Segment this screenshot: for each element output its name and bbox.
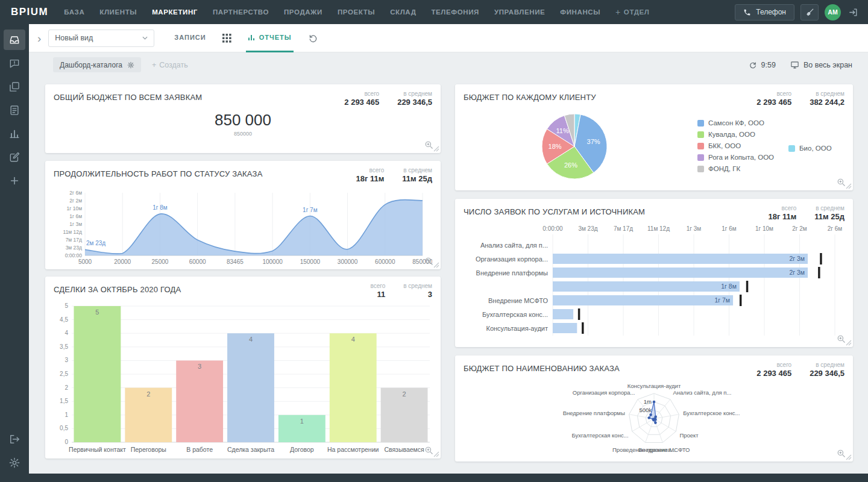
create-dashboard-button[interactable]: + Создать [152, 61, 188, 69]
resize-handle[interactable] [433, 146, 439, 152]
create-label: Создать [159, 61, 188, 69]
legend-label: ФОНД, ГК [708, 165, 740, 172]
svg-text:Анализ сайта, для п...: Анализ сайта, для п... [673, 389, 731, 396]
svg-text:0: 0 [64, 439, 68, 445]
toolbar-right: 9:59 Во весь экран [749, 60, 852, 69]
view-selector[interactable]: Новый вид [48, 30, 154, 47]
edit-pencil-icon [8, 151, 20, 163]
nav-item-clients[interactable]: КЛИЕНТЫ [99, 8, 137, 16]
add-department-button[interactable]: + ОТДЕЛ [615, 8, 649, 16]
svg-text:2г 2м: 2г 2м [69, 198, 82, 204]
tab-reports[interactable]: ОТЧЕТЫ [246, 24, 294, 52]
sidebar-item-settings[interactable] [4, 452, 25, 473]
sidebar-item-exit[interactable] [4, 429, 25, 449]
nav-item-marketing[interactable]: МАРКЕТИНГ [152, 8, 198, 16]
chevron-down-icon [142, 36, 148, 40]
stat-average-value: 11м 25д [814, 212, 844, 221]
pie-legend: Самсон КФ, ОООКувалда, ОООБКК, ОООРога и… [697, 119, 832, 172]
svg-text:2г 2м: 2г 2м [792, 225, 807, 232]
legend-swatch-icon [697, 120, 704, 127]
fullscreen-button[interactable]: Во весь экран [790, 60, 852, 69]
svg-text:100000: 100000 [262, 258, 283, 265]
services-hbar-chart: 0:00:003м 23д7м 17д11м 12д1г 3м1г 6м1г 1… [464, 225, 844, 337]
svg-text:500k: 500k [639, 407, 652, 413]
resize-handle[interactable] [846, 340, 852, 346]
svg-text:2,5: 2,5 [60, 371, 68, 377]
nav-item-finance[interactable]: ФИНАНСЫ [560, 8, 600, 16]
legend-item[interactable]: ФОНД, ГК [697, 165, 774, 172]
resize-handle[interactable] [846, 454, 852, 460]
resize-handle[interactable] [846, 183, 852, 189]
stat-total-label: всего [370, 283, 385, 289]
zoom-in-icon[interactable] [424, 446, 433, 455]
sidebar-item-views[interactable] [4, 77, 25, 97]
svg-text:2: 2 [64, 384, 68, 391]
card-stats: всего11 в среднем3 [370, 283, 432, 299]
svg-text:Бухгалтерская конс...: Бухгалтерская конс... [482, 311, 548, 318]
sidebar-item-chats[interactable] [4, 53, 25, 74]
cleanup-button[interactable] [800, 4, 819, 20]
zoom-in-icon[interactable] [424, 257, 433, 266]
svg-text:Бухгалтерская конс...: Бухгалтерская конс... [571, 432, 628, 439]
stat-average-label: в среднем [403, 167, 432, 174]
legend-item[interactable]: БКК, ООО [697, 142, 774, 149]
stat-total-label: всего [364, 90, 379, 97]
grid-view-icon[interactable] [222, 34, 231, 43]
history-icon[interactable] [308, 33, 318, 43]
svg-text:Переговоры: Переговоры [131, 446, 166, 453]
phone-button[interactable]: Телефон [735, 4, 794, 20]
expand-panel-chevron[interactable]: › [37, 33, 41, 44]
zoom-in-icon[interactable] [837, 178, 846, 187]
avatar[interactable]: АМ [825, 4, 841, 20]
legend-item[interactable]: Рога и Копыта, ООО [697, 154, 774, 161]
nav-item-partnership[interactable]: ПАРТНЕРСТВО [213, 8, 269, 16]
nav-item-sales[interactable]: ПРОДАЖИ [284, 8, 322, 16]
budget-radar-chart: Консультация-аудитАнализ сайта, для п...… [464, 379, 844, 456]
card-title: ОБЩИЙ БЮДЖЕТ ПО ВСЕМ ЗАЯВКАМ [54, 93, 202, 102]
stat-total-value: 18г 11м [768, 212, 796, 221]
zoom-in-icon[interactable] [837, 334, 846, 343]
zoom-in-icon[interactable] [424, 140, 433, 149]
svg-text:11м 12д: 11м 12д [647, 225, 670, 232]
bar-chart-icon [8, 128, 20, 140]
plus-icon [8, 175, 20, 187]
dashboard-selector-chip[interactable]: Дашборд-каталога [53, 57, 141, 72]
exit-icon [8, 433, 20, 445]
dashboard-chip-label: Дашборд-каталога [60, 61, 122, 69]
legend-item[interactable]: Кувалда, ООО [697, 131, 774, 138]
brand-logo[interactable]: BPIUM [0, 6, 64, 18]
sidebar-item-records[interactable] [4, 100, 25, 120]
zoom-in-icon[interactable] [837, 449, 846, 458]
refresh-timer[interactable]: 9:59 [749, 61, 776, 69]
monitor-icon [790, 60, 799, 69]
svg-text:В работе: В работе [186, 446, 213, 453]
logout-icon[interactable] [847, 6, 860, 19]
nav-item-telephony[interactable]: ТЕЛЕФОНИЯ [431, 8, 479, 16]
legend-label: Кувалда, ООО [708, 131, 755, 138]
sidebar-item-catalogs[interactable] [4, 30, 25, 50]
svg-text:4,5: 4,5 [60, 316, 68, 323]
stat-total-value: 2 293 465 [344, 98, 379, 107]
stat-total-value: 18г 11м [356, 174, 384, 183]
tab-records[interactable]: ЗАПИСИ [172, 24, 207, 52]
svg-text:2: 2 [146, 390, 150, 398]
nav-item-warehouse[interactable]: СКЛАД [390, 8, 416, 16]
resize-handle[interactable] [433, 262, 439, 268]
nav-item-base[interactable]: БАЗА [64, 8, 84, 16]
fullscreen-label: Во весь экран [804, 61, 852, 69]
nav-item-management[interactable]: УПРАВЛЕНИЕ [494, 8, 545, 16]
svg-text:2м 23д: 2м 23д [86, 240, 105, 246]
svg-text:3: 3 [64, 357, 68, 363]
legend-item[interactable]: Био, ООО [788, 145, 832, 152]
resize-handle[interactable] [433, 451, 439, 457]
nav-item-projects[interactable]: ПРОЕКТЫ [338, 8, 375, 16]
svg-text:2г 3м: 2г 3м [789, 269, 805, 276]
stat-total-label: всего [782, 205, 797, 211]
svg-text:Проект: Проект [679, 432, 699, 439]
kpi-block: 850 000 850000 [45, 111, 441, 137]
sidebar-item-edit[interactable] [4, 147, 25, 167]
sidebar-item-add[interactable] [4, 171, 25, 191]
sidebar-item-reports[interactable] [4, 124, 25, 144]
legend-item[interactable]: Самсон КФ, ООО [697, 119, 774, 127]
card-title: БЮДЖЕТ ПО КАЖДОМУ КЛИЕНТУ [464, 93, 596, 102]
